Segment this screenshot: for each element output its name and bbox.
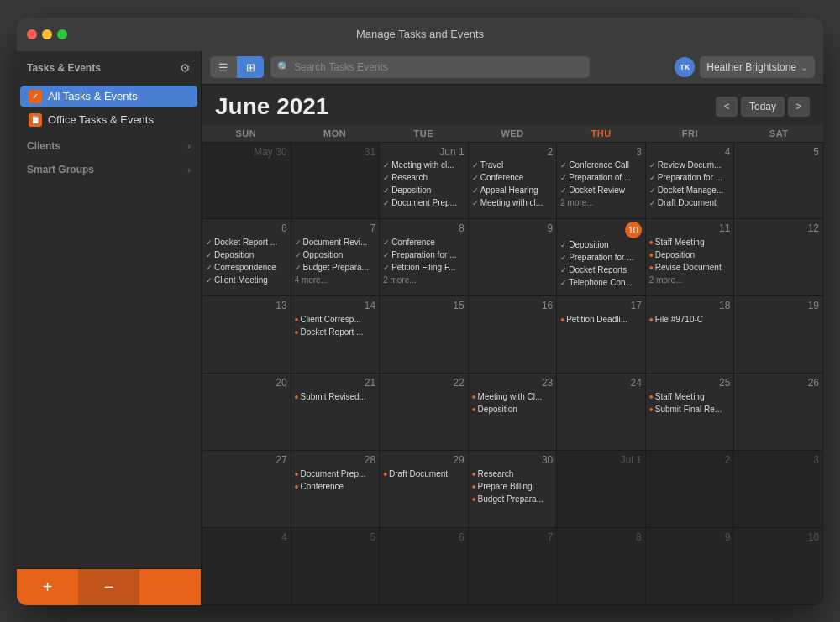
- dot-icon: •: [472, 494, 476, 505]
- sidebar-item-office-tasks[interactable]: 📋 Office Tasks & Events: [20, 109, 197, 131]
- event-text: Staff Meeting: [655, 391, 705, 403]
- calendar-cell[interactable]: 13: [202, 296, 291, 374]
- calendar-event: •Prepare Billing: [472, 481, 554, 493]
- calendar-cell[interactable]: 16: [469, 296, 558, 374]
- calendar-cell[interactable]: 21•Submit Revised...: [291, 374, 381, 451]
- event-text: Preparation for ...: [569, 252, 633, 264]
- sidebar-item-all-tasks[interactable]: ✓ All Tasks & Events: [20, 86, 197, 107]
- user-dropdown[interactable]: Heather Brightstone ⌄: [700, 56, 815, 78]
- calendar-cell[interactable]: 31: [291, 143, 381, 220]
- sidebar-section-smart-groups[interactable]: Smart Groups ›: [17, 155, 201, 179]
- calendar-cell[interactable]: 19: [734, 296, 823, 374]
- today-button[interactable]: Today: [741, 97, 785, 117]
- calendar-event: •Submit Final Re...: [649, 404, 731, 416]
- maximize-button[interactable]: [57, 29, 67, 39]
- calendar-cell[interactable]: 10: [734, 528, 823, 605]
- remove-button[interactable]: −: [78, 569, 139, 605]
- calendar-event: ✓Document Revi...: [295, 237, 376, 248]
- calendar-cell[interactable]: 17•Petition Deadli...: [557, 296, 646, 374]
- day-number: 10: [738, 531, 819, 545]
- calendar-cell[interactable]: 26: [734, 374, 823, 451]
- calendar-cell[interactable]: 4: [202, 528, 291, 605]
- calendar-cell[interactable]: Jun 1✓Meeting with cl...✓Research✓Deposi…: [380, 143, 469, 220]
- event-text: Revise Document: [655, 262, 722, 274]
- calendar-cell[interactable]: 2: [646, 451, 735, 528]
- day-number: 27: [206, 453, 287, 468]
- calendar-cell[interactable]: 11•Staff Meeting•Deposition•Revise Docum…: [646, 219, 735, 296]
- calendar-header: June 2021 < Today >: [202, 85, 823, 125]
- calendar-cell[interactable]: May 30: [202, 143, 291, 220]
- calendar-cell[interactable]: 24: [557, 374, 646, 451]
- event-text: Correspondence: [214, 262, 276, 274]
- calendar-cell[interactable]: Jul 1: [557, 451, 646, 528]
- calendar-cell[interactable]: 6✓Docket Report ...✓Deposition✓Correspon…: [202, 219, 291, 296]
- day-header-sun: SUN: [202, 125, 291, 142]
- calendar-cell[interactable]: 18•File #9710-C: [646, 296, 735, 374]
- calendar-cell[interactable]: 5: [291, 528, 381, 605]
- cell-events: ✓Document Revi...✓Opposition✓Budget Prep…: [295, 237, 376, 285]
- day-number: Jul 1: [560, 453, 642, 468]
- add-button[interactable]: +: [17, 569, 78, 605]
- calendar-cell[interactable]: 28•Document Prep...•Conference: [291, 451, 381, 528]
- calendar-cell[interactable]: 9: [469, 219, 558, 296]
- day-number: 11: [649, 222, 731, 236]
- calendar-cell[interactable]: 23•Meeting with Cl...•Deposition: [469, 374, 558, 451]
- more-events-link: 2 more...: [649, 275, 731, 285]
- calendar-cell[interactable]: 29•Draft Document: [380, 451, 469, 528]
- sidebar-item-label: Office Tasks & Events: [48, 113, 154, 126]
- event-text: Document Prep...: [300, 468, 365, 480]
- gear-icon[interactable]: ⚙: [180, 61, 191, 75]
- calendar-cell[interactable]: 30•Research•Prepare Billing•Budget Prepa…: [469, 451, 558, 528]
- more-events-link: 4 more...: [295, 275, 376, 285]
- search-input[interactable]: [294, 61, 583, 73]
- cell-events: •Document Prep...•Conference: [295, 468, 376, 493]
- calendar-cell[interactable]: 9: [646, 528, 735, 605]
- calendar-cell[interactable]: 22: [380, 374, 469, 451]
- search-box[interactable]: 🔍: [270, 56, 590, 78]
- calendar-event: •Staff Meeting: [649, 391, 731, 403]
- dot-icon: •: [649, 249, 654, 261]
- calendar-cell[interactable]: 4✓Review Docum...✓Preparation for ...✓Do…: [646, 143, 735, 220]
- calendar-event: •Staff Meeting: [649, 237, 731, 248]
- list-view-button[interactable]: ☰: [210, 56, 237, 78]
- calendar-cell[interactable]: 10✓Deposition✓Preparation for ...✓Docket…: [557, 219, 646, 296]
- prev-month-button[interactable]: <: [716, 97, 738, 117]
- all-tasks-icon: ✓: [29, 90, 42, 103]
- cell-events: •Petition Deadli...: [560, 314, 642, 326]
- event-text: Prepare Billing: [478, 481, 533, 493]
- calendar-cell[interactable]: 3: [734, 451, 823, 528]
- minimize-button[interactable]: [42, 29, 52, 39]
- sidebar-section-clients[interactable]: Clients ›: [17, 132, 201, 155]
- day-number: 6: [206, 222, 287, 236]
- calendar-cell[interactable]: 8: [557, 528, 646, 605]
- close-button[interactable]: [27, 29, 37, 39]
- day-header-sat: SAT: [734, 125, 823, 142]
- calendar-cell[interactable]: 27: [202, 451, 291, 528]
- calendar-cell[interactable]: 12: [734, 219, 823, 296]
- next-month-button[interactable]: >: [788, 97, 810, 117]
- calendar-cell[interactable]: 2✓Travel✓Conference✓Appeal Hearing✓Meeti…: [469, 143, 558, 220]
- calendar-cell[interactable]: 7✓Document Revi...✓Opposition✓Budget Pre…: [291, 219, 381, 296]
- calendar-cell[interactable]: 15: [380, 296, 469, 374]
- calendar-cell[interactable]: 8✓Conference✓Preparation for ...✓Petitio…: [380, 219, 469, 296]
- day-number: 26: [738, 376, 819, 390]
- content-area: ☰ ⊞ 🔍 TK Heather Brightstone ⌄: [202, 51, 823, 605]
- calendar-cell[interactable]: 7: [469, 528, 558, 605]
- day-number: 13: [206, 299, 287, 313]
- calendar-cell[interactable]: 3✓Conference Call✓Preparation of ...✓Doc…: [557, 143, 646, 220]
- calendar-event: ✓Meeting with cl...: [472, 197, 554, 209]
- calendar-cell[interactable]: 20: [202, 374, 291, 451]
- day-number: 8: [560, 531, 642, 545]
- calendar-cell[interactable]: 14•Client Corresp...•Docket Report ...: [291, 296, 381, 374]
- year-number: 2021: [276, 93, 328, 119]
- calendar-cell[interactable]: 5: [734, 143, 823, 220]
- calendar-event: ✓Budget Prepara...: [295, 262, 376, 274]
- grid-view-button[interactable]: ⊞: [237, 56, 264, 78]
- calendar-month-title: June 2021: [215, 93, 328, 120]
- calendar-event: •Docket Report ...: [295, 327, 376, 338]
- calendar-cell[interactable]: 25•Staff Meeting•Submit Final Re...: [646, 374, 735, 451]
- calendar-event: ✓Preparation for ...: [383, 249, 465, 261]
- calendar-cell[interactable]: 6: [380, 528, 469, 605]
- calendar-event: ✓Travel: [472, 159, 554, 171]
- dot-icon: •: [295, 327, 299, 338]
